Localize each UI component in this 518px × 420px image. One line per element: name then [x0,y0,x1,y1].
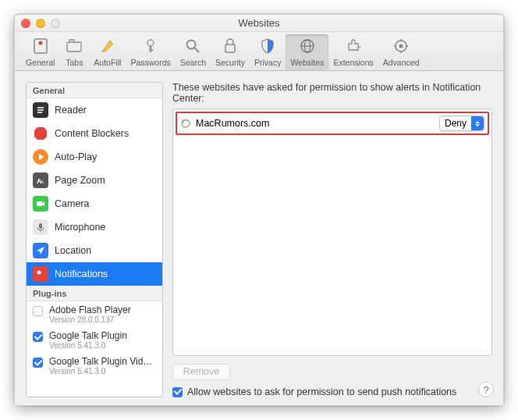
allow-checkbox-row[interactable]: Allow websites to ask for permission to … [172,386,492,397]
svg-point-3 [147,40,154,46]
svg-text:A: A [41,180,44,184]
tab-autofill[interactable]: AutoFill [89,34,126,70]
allow-label: Allow websites to ask for permission to … [187,386,456,397]
sidebar-item-camera[interactable]: Camera [27,192,162,215]
window-title: Websites [238,17,279,29]
website-name: MacRumors.com [196,118,269,129]
svg-point-1 [38,41,42,45]
favicon [180,118,191,129]
zoom-icon: AA [33,173,48,188]
search-icon [183,36,203,56]
sidebar-item-location[interactable]: Location [27,239,162,262]
tab-security[interactable]: Security [211,34,250,70]
close-button[interactable] [21,19,30,28]
website-list: MacRumors.com Deny [172,109,492,356]
svg-marker-26 [42,201,44,206]
svg-point-6 [187,41,196,49]
svg-rect-27 [39,223,42,229]
sidebar: General Reader Content Blockers Auto-Pla… [26,82,163,397]
sidebar-item-label: Content Blockers [55,128,129,139]
window-controls [21,19,60,28]
zoom-button[interactable] [51,19,60,28]
tab-general[interactable]: General [21,34,59,70]
svg-rect-2 [67,42,81,52]
passwords-icon [140,36,161,56]
sidebar-item-page-zoom[interactable]: AA Page Zoom [27,169,162,192]
plugin-version: Version 5.41.3.0 [49,341,127,350]
preferences-window: Websites General Tabs AutoFill Passwords… [14,14,504,406]
plugin-name: Adobe Flash Player [49,304,131,315]
sidebar-item-label: Location [55,245,91,256]
website-row[interactable]: MacRumors.com Deny [176,112,489,135]
tabs-icon [64,36,84,56]
extensions-icon [343,36,364,56]
svg-rect-5 [150,49,154,51]
svg-marker-29 [37,247,44,254]
tab-extensions[interactable]: Extensions [328,34,378,70]
privacy-icon [257,36,278,56]
dropdown-value: Deny [440,118,471,129]
general-icon [30,36,51,56]
plugin-item[interactable]: Google Talk Plugin Vid… Version 5.41.3.0 [27,353,162,379]
security-icon [220,36,240,56]
sidebar-item-label: Page Zoom [55,175,105,186]
help-button[interactable]: ? [478,382,494,397]
microphone-icon [33,219,48,235]
reader-icon [33,102,48,118]
permission-dropdown[interactable]: Deny [439,116,484,131]
advanced-icon [391,36,411,56]
description-label: These websites have asked for permission… [172,82,492,104]
plugin-version: Version 5.41.3.0 [49,367,152,376]
websites-icon [297,36,318,56]
tab-websites[interactable]: Websites [286,34,328,70]
sidebar-item-label: Camera [55,198,89,209]
tab-tabs[interactable]: Tabs [59,34,89,70]
location-icon [33,243,48,258]
remove-button[interactable]: Remove [172,364,230,380]
tab-search[interactable]: Search [176,34,211,70]
plugin-item[interactable]: Google Talk Plugin Version 5.41.3.0 [27,327,162,353]
svg-rect-25 [37,201,42,206]
sidebar-item-content-blockers[interactable]: Content Blockers [27,122,162,145]
toolbar: General Tabs AutoFill Passwords Search S… [15,32,503,71]
tab-passwords[interactable]: Passwords [126,34,175,70]
sidebar-item-reader[interactable]: Reader [27,98,162,122]
svg-line-7 [194,48,199,52]
plugin-item[interactable]: Adobe Flash Player Version 28.0.0.137 [27,301,162,327]
plugin-name: Google Talk Plugin Vid… [49,356,152,367]
camera-icon [33,196,48,212]
svg-rect-8 [225,44,235,52]
sidebar-item-label: Auto-Play [55,151,97,162]
main-pane: These websites have asked for permission… [172,82,492,397]
play-icon [33,149,48,165]
plugin-checkbox[interactable] [33,332,43,342]
sidebar-header-plugins: Plug-ins [27,286,162,301]
plugin-checkbox[interactable] [33,358,43,368]
notifications-icon [33,266,48,282]
sidebar-header-general: General [27,83,162,98]
sidebar-item-microphone[interactable]: Microphone [27,215,162,239]
stop-icon [33,126,48,141]
chevron-updown-icon [471,116,484,130]
sidebar-item-label: Microphone [55,222,105,233]
sidebar-item-notifications[interactable]: Notifications [27,262,162,286]
sidebar-item-label: Reader [55,105,87,116]
sidebar-item-auto-play[interactable]: Auto-Play [27,145,162,169]
autofill-icon [98,36,118,56]
sidebar-item-label: Notifications [55,269,108,279]
titlebar: Websites [15,15,503,32]
plugin-version: Version 28.0.0.137 [49,315,131,324]
svg-marker-22 [39,154,44,160]
minimize-button[interactable] [36,19,45,28]
allow-checkbox[interactable] [172,387,183,397]
tab-advanced[interactable]: Advanced [378,34,424,70]
svg-point-13 [399,44,403,48]
tab-privacy[interactable]: Privacy [250,34,286,70]
svg-point-30 [37,271,41,275]
svg-marker-21 [34,127,47,140]
body: General Reader Content Blockers Auto-Pla… [15,71,503,405]
plugin-name: Google Talk Plugin [49,330,127,341]
plugin-checkbox[interactable] [33,306,43,316]
